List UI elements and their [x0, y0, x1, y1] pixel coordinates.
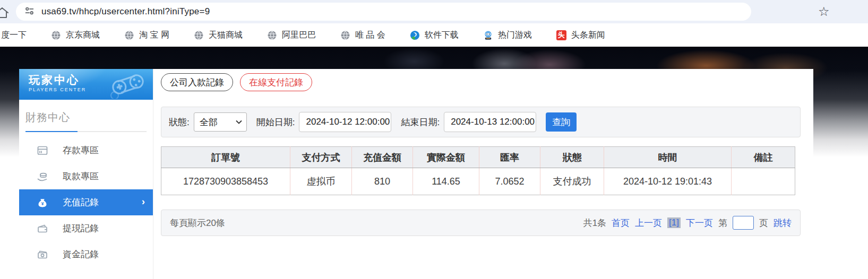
players-center-header: 玩家中心 PLAYERS CENTER — [19, 69, 153, 100]
cell-recharge-amount: 810 — [352, 168, 413, 195]
first-page-link[interactable]: 首页 — [612, 217, 630, 229]
sidebar-item-label: 提現記錄 — [63, 222, 99, 234]
sidebar-item-recharge-records[interactable]: ¥ 充值記錄 › — [19, 189, 153, 215]
cell-order-no: 1728730903858453 — [161, 168, 290, 195]
table-header-row: 訂單號 支付方式 充值金額 實際金額 匯率 狀態 時間 備註 — [161, 147, 795, 168]
start-date-label: 開始日期: — [256, 116, 295, 128]
bookmark-star-icon[interactable]: ☆ — [818, 3, 830, 20]
bookmark-item-baidu[interactable]: 度一下 — [1, 30, 27, 41]
deposit-icon — [37, 145, 48, 156]
site-permissions-icon[interactable] — [24, 6, 35, 18]
withdraw-icon — [37, 171, 48, 182]
recharge-icon: ¥ — [37, 197, 48, 208]
cell-time: 2024-10-12 19:01:43 — [604, 168, 732, 195]
bookmark-label: 热门游戏 — [498, 30, 532, 41]
chevron-right-icon: › — [142, 196, 145, 207]
sidebar-item-label: 存款專區 — [63, 144, 99, 156]
query-button[interactable]: 查詢 — [546, 112, 577, 132]
col-time: 時間 — [604, 147, 732, 168]
robot-icon — [483, 30, 493, 40]
col-pay-method: 支付方式 — [290, 147, 352, 168]
filter-bar: 狀態: 全部 開始日期: 2024-10-12 12:00:00 結束日期: 2… — [161, 107, 801, 137]
bookmark-item-alibaba[interactable]: 阿里巴巴 — [267, 30, 316, 41]
browser-url-bar: usa69.tv/hhcp/usercenter.html?iniType=9 … — [0, 0, 868, 23]
col-actual-amount: 實際金額 — [413, 147, 479, 168]
current-page-indicator: [1] — [667, 217, 681, 228]
sidebar-item-label: 充值記錄 — [63, 196, 99, 208]
bookmark-item-software[interactable]: 软件下载 — [410, 30, 459, 41]
bookmark-item-vip[interactable]: 唯 品 会 — [340, 30, 385, 41]
bookmark-label: 京东商城 — [66, 30, 100, 41]
cell-pay-method: 虚拟币 — [290, 168, 352, 195]
url-pill[interactable]: usa69.tv/hhcp/usercenter.html?iniType=9 — [16, 3, 751, 21]
bookmark-label: 淘 宝 网 — [139, 30, 169, 41]
home-icon[interactable] — [0, 7, 9, 21]
toutiao-icon: 头 — [556, 30, 566, 40]
bookmark-label: 软件下载 — [425, 30, 459, 41]
bookmark-item-taobao[interactable]: 淘 宝 网 — [124, 30, 169, 41]
col-remark: 備註 — [732, 147, 795, 168]
globe-icon — [194, 30, 204, 40]
sidebar-item-withdraw[interactable]: 取款專區 — [19, 163, 153, 189]
cell-exchange-rate: 7.0652 — [479, 168, 540, 195]
jump-button[interactable]: 跳转 — [774, 217, 792, 229]
section-divider — [25, 131, 147, 132]
page-jump-input[interactable] — [733, 216, 754, 230]
col-status: 狀態 — [540, 147, 604, 168]
cell-remark — [732, 168, 795, 195]
sidebar-item-label: 取款專區 — [63, 170, 99, 182]
cashout-icon — [37, 223, 48, 234]
bookmark-item-jd[interactable]: 京东商城 — [51, 30, 100, 41]
gamepad-icon — [107, 70, 149, 100]
records-table: 訂單號 支付方式 充值金額 實際金額 匯率 狀態 時間 備註 172873090 — [161, 146, 795, 195]
end-date-input[interactable]: 2024-10-13 12:00:00 — [444, 112, 536, 132]
bookmark-item-games[interactable]: 热门游戏 — [483, 30, 532, 41]
globe-icon — [51, 30, 61, 40]
status-label: 狀態: — [169, 116, 190, 128]
url-text[interactable]: usa69.tv/hhcp/usercenter.html?iniType=9 — [41, 6, 210, 17]
bookmark-item-tmall[interactable]: 天猫商城 — [194, 30, 243, 41]
status-select-value: 全部 — [200, 116, 218, 128]
content-panel: 玩家中心 PLAYERS CENTER — [19, 69, 813, 279]
tab-online-payment-records[interactable]: 在線支付記錄 — [240, 73, 312, 91]
col-recharge-amount: 充值金額 — [352, 147, 413, 168]
status-select[interactable]: 全部 — [194, 112, 247, 132]
sidebar-menu: 存款專區 取款專區 ¥ 充值記錄 › — [19, 137, 153, 267]
pagination-bar: 每頁顯示20條 共1条 首页 上一页 [1] 下一页 第 页 跳转 — [161, 210, 801, 236]
sidebar-item-cashout-records[interactable]: 提現記錄 — [19, 215, 153, 241]
main-content: 公司入款記錄 在線支付記錄 狀態: 全部 開始日期: 2024-10-12 12… — [153, 69, 813, 279]
total-count-text: 共1条 — [583, 217, 606, 229]
sidebar-item-label: 資金記錄 — [63, 248, 99, 260]
pagination-controls: 共1条 首页 上一页 [1] 下一页 第 页 跳转 — [583, 216, 792, 230]
bookmark-label: 天猫商城 — [209, 30, 243, 41]
bookmark-label: 头条新闻 — [571, 30, 605, 41]
page-body: 玩家中心 PLAYERS CENTER — [0, 47, 868, 279]
sidebar: 玩家中心 PLAYERS CENTER — [19, 69, 153, 279]
software-download-icon — [410, 30, 420, 40]
bookmark-label: 度一下 — [1, 30, 27, 41]
page-size-text: 每頁顯示20條 — [170, 217, 583, 229]
funds-icon — [37, 249, 48, 260]
bookmark-label: 唯 品 会 — [355, 30, 385, 41]
bookmark-label: 阿里巴巴 — [282, 30, 316, 41]
sidebar-item-funds-records[interactable]: 資金記錄 — [19, 241, 153, 267]
svg-text:¥: ¥ — [41, 200, 44, 206]
prev-page-link[interactable]: 上一页 — [635, 217, 662, 229]
bookmark-item-toutiao[interactable]: 头 头条新闻 — [556, 30, 605, 41]
sidebar-item-deposit[interactable]: 存款專區 — [19, 137, 153, 163]
record-tabs: 公司入款記錄 在線支付記錄 — [161, 73, 801, 91]
tab-company-deposit-records[interactable]: 公司入款記錄 — [161, 73, 233, 91]
start-date-input[interactable]: 2024-10-12 12:00:00 — [299, 112, 391, 132]
sidebar-section-title: 財務中心 — [25, 110, 153, 125]
col-order-no: 訂單號 — [161, 147, 290, 168]
cell-status: 支付成功 — [540, 168, 604, 195]
jump-prefix-text: 第 — [718, 217, 727, 229]
col-exchange-rate: 匯率 — [479, 147, 540, 168]
browser-window: usa69.tv/hhcp/usercenter.html?iniType=9 … — [0, 0, 868, 279]
end-date-label: 結束日期: — [401, 116, 440, 128]
bookmarks-bar: 度一下 京东商城 淘 宝 网 天猫商城 阿里巴巴 唯 品 会 软件下载 热门游 — [0, 23, 868, 47]
jump-suffix-text: 页 — [759, 217, 768, 229]
next-page-link[interactable]: 下一页 — [686, 217, 713, 229]
globe-icon — [340, 30, 350, 40]
table-row: 1728730903858453 虚拟币 810 114.65 7.0652 支… — [161, 168, 795, 195]
